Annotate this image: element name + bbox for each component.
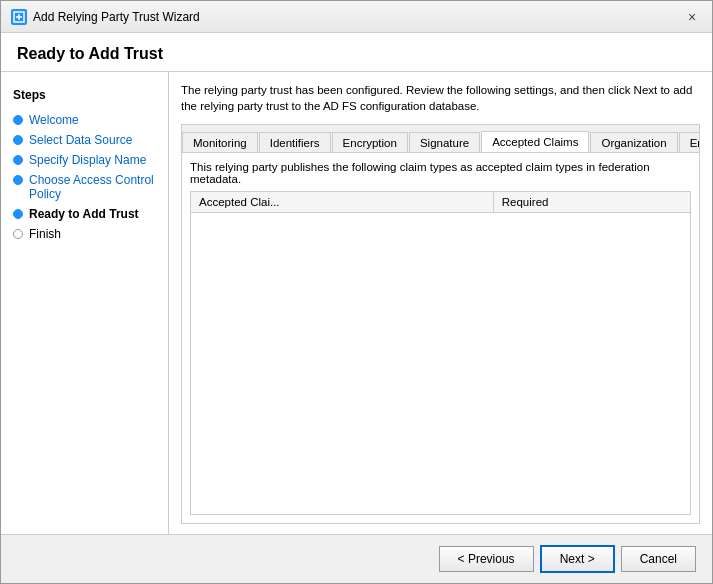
sidebar-item-ready-to-add-label: Ready to Add Trust [29,207,139,221]
step-dot-choose-access-control [13,175,23,185]
step-dot-welcome [13,115,23,125]
tab-monitoring[interactable]: Monitoring [182,132,258,153]
tab-accepted-claims[interactable]: Accepted Claims [481,131,589,153]
tab-identifiers[interactable]: Identifiers [259,132,331,153]
sidebar-item-ready-to-add: Ready to Add Trust [1,204,168,224]
sidebar-item-specify-display-name-label: Specify Display Name [29,153,146,167]
step-dot-specify-display-name [13,155,23,165]
step-dot-ready-to-add [13,209,23,219]
tab-organization[interactable]: Organization [590,132,677,153]
title-bar: Add Relying Party Trust Wizard × [1,1,712,33]
tab-encryption[interactable]: Encryption [332,132,408,153]
main-panel: The relying party trust has been configu… [169,72,712,534]
tab-accepted-claims-content: This relying party publishes the followi… [182,153,699,523]
accepted-claims-table: Accepted Clai... Required [191,192,690,213]
sidebar-item-choose-access-control-label: Choose Access Control Policy [29,173,156,201]
sidebar-item-select-data-source[interactable]: Select Data Source [1,130,168,150]
wizard-window: Add Relying Party Trust Wizard × Ready t… [0,0,713,584]
tabs-header: Monitoring Identifiers Encryption Signat… [182,125,699,153]
sidebar: Steps Welcome Select Data Source Specify… [1,72,169,534]
sidebar-item-finish: Finish [1,224,168,244]
next-button[interactable]: Next > [540,545,615,573]
wizard-icon [11,9,27,25]
sidebar-item-choose-access-control[interactable]: Choose Access Control Policy [1,170,168,204]
title-bar-left: Add Relying Party Trust Wizard [11,9,200,25]
description-text: The relying party trust has been configu… [181,82,700,114]
content-area: Steps Welcome Select Data Source Specify… [1,72,712,534]
sidebar-item-welcome-label: Welcome [29,113,79,127]
accepted-claims-table-container: Accepted Clai... Required [190,191,691,515]
step-dot-select-data-source [13,135,23,145]
footer-bar: < Previous Next > Cancel [1,534,712,583]
sidebar-title: Steps [1,84,168,110]
previous-button[interactable]: < Previous [439,546,534,572]
tab-signature[interactable]: Signature [409,132,480,153]
tabs-container: Monitoring Identifiers Encryption Signat… [181,124,700,524]
sidebar-item-finish-label: Finish [29,227,61,241]
tab-accepted-claims-description: This relying party publishes the followi… [190,161,691,185]
step-dot-finish [13,229,23,239]
sidebar-item-select-data-source-label: Select Data Source [29,133,132,147]
sidebar-item-specify-display-name[interactable]: Specify Display Name [1,150,168,170]
column-accepted-claim: Accepted Clai... [191,192,493,213]
window-title: Add Relying Party Trust Wizard [33,10,200,24]
close-button[interactable]: × [682,7,702,27]
tab-endpoints[interactable]: Endpoints [679,132,699,153]
column-required: Required [493,192,690,213]
sidebar-item-welcome[interactable]: Welcome [1,110,168,130]
page-title: Ready to Add Trust [1,33,712,72]
cancel-button[interactable]: Cancel [621,546,696,572]
